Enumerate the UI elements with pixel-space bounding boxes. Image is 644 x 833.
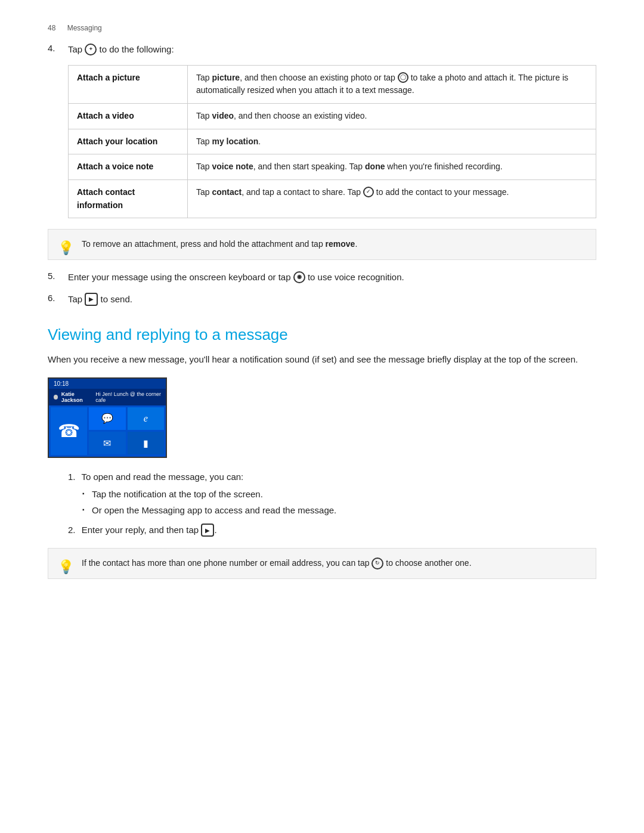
attach-icon: + — [85, 44, 97, 55]
table-cell-label: Attach your location — [69, 129, 188, 154]
reply-send-icon: ▶ — [201, 524, 214, 537]
step-5-number: 5. — [48, 271, 62, 281]
table-cell-label: Attach contact information — [69, 179, 188, 218]
tile-phone: ☎ — [51, 407, 87, 455]
table-row: Attach contact information Tap contact, … — [69, 179, 596, 218]
switch-icon: ↻ — [371, 558, 383, 569]
table-row: Attach a video Tap video, and then choos… — [69, 103, 596, 129]
phone-time: 10:18 — [54, 380, 69, 387]
view-step-1: 1. To open and read the message, you can… — [68, 470, 596, 518]
view-step-1-bullets: Tap the notification at the top of the s… — [82, 487, 596, 518]
view-step-1-number: 1. — [68, 472, 76, 482]
page-header: 48 Messaging — [48, 24, 596, 32]
bullet-item: Tap the notification at the top of the s… — [82, 487, 596, 501]
tip-box-1: 💡 To remove an attachment, press and hol… — [48, 229, 596, 260]
step-4-number: 4. — [48, 43, 62, 53]
tile-browser: e — [128, 407, 164, 430]
camera-icon: ◯ — [398, 72, 408, 83]
table-cell-desc: Tap contact, and tap a contact to share.… — [188, 179, 596, 218]
page-number: 48 — [48, 24, 55, 32]
attach-options-table: Attach a picture Tap picture, and then c… — [68, 65, 596, 219]
tip-icon-1: 💡 — [58, 238, 74, 258]
chapter-name: Messaging — [67, 24, 102, 32]
bullet-item: Or open the Messaging app to access and … — [82, 503, 596, 517]
view-step-2-text: Enter your reply, and then tap ▶. — [82, 525, 217, 535]
checkmark-icon: ✓ — [363, 187, 374, 197]
view-step-1-text: To open and read the message, you can: — [81, 472, 243, 482]
phone-top-bar: 10:18 — [49, 379, 166, 389]
table-cell-desc: Tap voice note, and then start speaking.… — [188, 154, 596, 180]
table-cell-desc: Tap video, and then choose an existing v… — [188, 103, 596, 129]
step-4: 4. Tap + to do the following: — [48, 43, 596, 57]
voice-icon: ◉ — [293, 271, 305, 283]
table-cell-desc: Tap my location. — [188, 129, 596, 154]
table-cell-desc: Tap picture, and then choose an existing… — [188, 65, 596, 103]
notif-dot — [54, 395, 58, 400]
send-icon: ▶ — [85, 293, 98, 306]
phone-tiles: ☎ 💬 e ✉ ▮ — [49, 405, 166, 457]
table-cell-label: Attach a voice note — [69, 154, 188, 180]
tip-1-text: To remove an attachment, press and hold … — [82, 239, 357, 249]
table-cell-label: Attach a picture — [69, 65, 188, 103]
notif-message: Hi Jen! Lunch @ the corner cafe — [95, 391, 161, 403]
table-row: Attach your location Tap my location. — [69, 129, 596, 154]
section-intro: When you receive a new message, you'll h… — [48, 352, 596, 367]
view-steps-list: 1. To open and read the message, you can… — [68, 470, 596, 538]
table-row: Attach a picture Tap picture, and then c… — [69, 65, 596, 103]
tile-office: ▮ — [128, 432, 164, 454]
tile-mail: ✉ — [89, 432, 125, 454]
tip-box-2: 💡 If the contact has more than one phone… — [48, 548, 596, 579]
step-5: 5. Enter your message using the onscreen… — [48, 271, 596, 284]
phone-screenshot: 10:18 Katie Jackson Hi Jen! Lunch @ the … — [48, 377, 167, 458]
step-6-number: 6. — [48, 293, 62, 303]
step-4-content: Tap + to do the following: — [68, 43, 596, 57]
step-6: 6. Tap ▶ to send. — [48, 293, 596, 306]
table-row: Attach a voice note Tap voice note, and … — [69, 154, 596, 180]
tile-chat: 💬 — [89, 407, 125, 430]
tip-icon-2: 💡 — [58, 557, 74, 577]
step-5-content: Enter your message using the onscreen ke… — [68, 271, 596, 284]
tip-2-text: If the contact has more than one phone n… — [82, 558, 472, 568]
phone-notification-bar: Katie Jackson Hi Jen! Lunch @ the corner… — [49, 389, 166, 405]
table-cell-label: Attach a video — [69, 103, 188, 129]
view-step-2-number: 2. — [68, 525, 76, 535]
step-6-content: Tap ▶ to send. — [68, 293, 596, 306]
section-heading: Viewing and replying to a message — [48, 326, 596, 344]
view-step-2: 2. Enter your reply, and then tap ▶. — [68, 523, 596, 537]
notif-contact: Katie Jackson — [61, 391, 92, 403]
